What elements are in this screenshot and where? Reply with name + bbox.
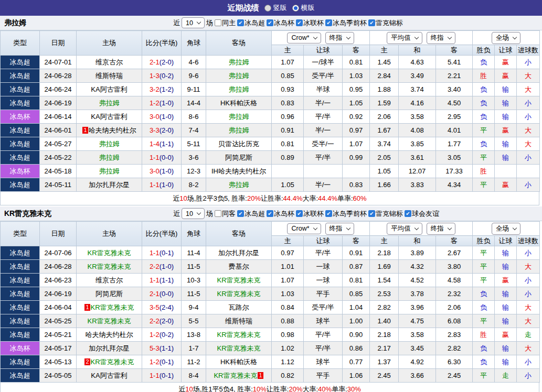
odds-source-select[interactable]: Crow* [287, 32, 321, 43]
radio-label: 竖版 [273, 3, 287, 13]
average-odds-cell: 1.05 [370, 165, 399, 178]
checkbox-unchecked-icon[interactable] [215, 210, 221, 217]
avg-time-select[interactable]: 终指 [427, 223, 455, 235]
result-cell: 小 [517, 56, 540, 69]
checkbox-unchecked-icon[interactable] [215, 19, 221, 26]
result-cell: 负 [473, 355, 495, 369]
handicap-odds-cell: 半/一 [304, 96, 343, 110]
select-label: 全场 [496, 34, 509, 42]
checkbox-checked-icon[interactable]: ✔ [237, 210, 244, 217]
filter-checkbox[interactable]: ✔冰岛超 [237, 18, 265, 28]
sub-header-avg-draw: 和 [399, 45, 436, 56]
league-checkbox-group: 同主✔冰岛超✔冰岛杯✔冰联杯✔冰岛季前杯✔雷克锦标 [215, 18, 403, 28]
odds-time-select[interactable]: 终指 [325, 223, 354, 235]
recent-count-select[interactable]: 10 [182, 208, 205, 219]
handicap-odds-cell: 0.89 [272, 151, 304, 165]
radio-checked-icon[interactable] [292, 5, 299, 12]
home-team-name: KR雷克雅未克 [91, 358, 134, 366]
checkbox-checked-icon[interactable]: ✔ [325, 210, 332, 217]
handicap-odds-cell: 1.03 [343, 69, 370, 83]
section-away-team: KR雷克雅未克 近 10 场 同客✔冰岛超✔冰岛杯✔冰联杯✔冰岛季前杯✔雷克锦标… [0, 206, 542, 392]
away-team-cell: KR雷克雅未克 [206, 342, 272, 355]
radio-unchecked-icon[interactable] [264, 5, 271, 12]
table-row: 冰岛超24-05-11加尔扎拜尔星1-1(1-0)8-2弗拉姆1.05半/一0.… [1, 178, 540, 192]
avg-source-select[interactable]: 平均值 [387, 32, 422, 44]
handicap-odds-cell: 0.85 [272, 69, 304, 83]
average-odds-cell: 3.89 [399, 246, 436, 260]
avg-source-select[interactable]: 平均值 [387, 223, 422, 235]
filter-checkbox[interactable]: ✔冰联杯 [296, 18, 324, 28]
date-cell: 24-06-23 [40, 274, 77, 287]
checkbox-checked-icon[interactable]: ✔ [368, 210, 375, 217]
filter-checkbox[interactable]: ✔冰联杯 [296, 209, 324, 219]
avg-time-select[interactable]: 终指 [427, 32, 455, 44]
away-team-cell: HK科帕沃格 [206, 96, 272, 110]
halftime-score: (0-0) [160, 290, 174, 298]
filter-checkbox[interactable]: ✔冰岛季前杯 [325, 209, 367, 219]
result-cell: 小 [517, 246, 540, 260]
scope-select[interactable]: 全场 [492, 223, 520, 235]
chevron-down-icon [197, 211, 201, 215]
checkbox-checked-icon[interactable]: ✔ [405, 210, 411, 217]
result-cell: 输 [495, 83, 517, 96]
result-cell: 平 [473, 178, 495, 192]
checkbox-checked-icon[interactable]: ✔ [237, 19, 244, 26]
table-row: 冰岛超24-05-27弗拉姆1-4(1-1)5-11贝雷达比历克0.81受半/一… [1, 137, 540, 151]
league-type-cell: 冰岛超 [1, 328, 40, 342]
select-label: 平均值 [391, 34, 411, 42]
away-team-cell: 弗拉姆 [206, 83, 272, 96]
summary-text: 44.4% [318, 194, 337, 202]
filter-checkbox[interactable]: ✔冰岛杯 [267, 209, 294, 219]
filter-checkbox[interactable]: ✔球会友谊 [405, 209, 439, 219]
average-odds-cell: 1.37 [370, 355, 399, 369]
average-odds-cell: 3.83 [399, 178, 436, 192]
checkbox-checked-icon[interactable]: ✔ [325, 19, 332, 26]
recent-count-select[interactable]: 10 [182, 17, 205, 28]
result-cell: 平 [473, 274, 495, 287]
handicap-odds-cell: 1.07 [272, 274, 304, 287]
filter-checkbox[interactable]: ✔雷克锦标 [368, 18, 403, 28]
checkbox-checked-icon[interactable]: ✔ [296, 19, 303, 26]
league-type-cell: 冰岛超 [1, 260, 40, 274]
handicap-odds-cell: 0.88 [272, 314, 304, 328]
checkbox-checked-icon[interactable]: ✔ [267, 19, 273, 26]
filter-controls: 近 10 场 同客✔冰岛超✔冰岛杯✔冰联杯✔冰岛季前杯✔雷克锦标✔球会友谊 [173, 208, 439, 219]
odds-time-select[interactable]: 终指 [325, 32, 354, 44]
filter-checkbox[interactable]: ✔冰岛杯 [267, 18, 294, 28]
sub-header-avg-away: 客 [436, 236, 473, 246]
checkbox-checked-icon[interactable]: ✔ [296, 210, 303, 217]
result-cell: 负 [473, 56, 495, 69]
handicap-odds-cell: 1.03 [272, 287, 304, 301]
average-odds-cell: 2.05 [370, 151, 399, 165]
filter-checkbox[interactable]: ✔冰岛季前杯 [325, 18, 367, 28]
col-header-type: 类型 [1, 222, 40, 246]
filter-checkbox[interactable]: ✔冰岛超 [237, 209, 265, 219]
score-cell: 1-1(1-0) [142, 178, 182, 192]
odds-source-select[interactable]: Crow* [287, 223, 321, 234]
scope-select[interactable]: 全场 [492, 32, 520, 44]
away-team-cell: 阿简尼斯 [206, 151, 272, 165]
average-odds-cell: 12.07 [399, 165, 436, 178]
filter-checkbox[interactable]: 同主 [215, 18, 236, 28]
handicap-odds-cell: 0.99 [343, 151, 370, 165]
handicap-odds-cell: 球半 [304, 314, 343, 328]
radio-vertical-layout[interactable]: 竖版 [264, 3, 287, 13]
home-team-name: 弗拉姆 [99, 167, 120, 175]
league-type-cell: 冰岛超 [1, 96, 40, 110]
home-team-cell: 弗拉姆 [77, 137, 142, 151]
filter-checkbox[interactable]: ✔雷克锦标 [368, 209, 403, 219]
date-cell: 24-05-13 [40, 355, 77, 369]
away-team-name: 瓦路尔 [229, 303, 249, 311]
away-team-name: 维斯特瑞 [225, 317, 252, 325]
result-cell: 大 [517, 124, 540, 137]
scope-select-cell: 全场 [473, 31, 540, 45]
checkbox-checked-icon[interactable]: ✔ [267, 210, 273, 217]
filter-checkbox[interactable]: 同客 [215, 209, 236, 219]
checkbox-checked-icon[interactable]: ✔ [368, 19, 375, 26]
col-header-home: 主场 [77, 31, 142, 56]
handicap-odds-cell: 0.91 [272, 124, 304, 137]
radio-horizontal-layout[interactable]: 横版 [292, 3, 315, 13]
average-odds-cell: 2.83 [436, 328, 473, 342]
radio-label: 横版 [301, 3, 315, 13]
chevron-down-icon [346, 225, 350, 230]
